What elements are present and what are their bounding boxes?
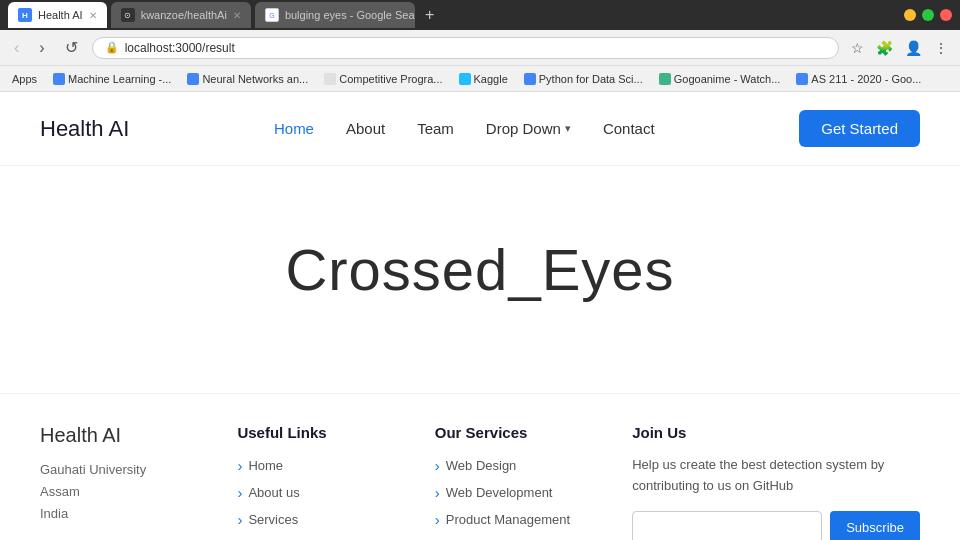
maximize-button[interactable] [922,9,934,21]
nav-about[interactable]: About [346,120,385,137]
bookmark-apps-label: Apps [12,73,37,85]
profile-icon[interactable]: 👤 [901,38,926,58]
chevron-down-icon: ▾ [565,122,571,135]
footer-address-line1: Gauhati University [40,459,207,481]
extensions-icon[interactable]: 🧩 [872,38,897,58]
new-tab-button[interactable]: + [419,6,440,24]
tab2-favicon: ⊙ [121,8,135,22]
nav-dropdown-label: Drop Down [486,120,561,137]
bookmark-python-label: Python for Data Sci... [539,73,643,85]
footer-useful-links-col: Useful Links Home About us Services [237,424,404,540]
footer: Health AI Gauhati University Assam India… [0,393,960,540]
footer-email: Email: deepjyotideka8@gmail.com [40,535,207,540]
subscribe-row: Subscribe [632,511,920,540]
menu-icon[interactable]: ⋮ [930,38,952,58]
lock-icon: 🔒 [105,41,119,54]
tab3-title: bulging eyes - Google Search [285,9,415,21]
hero-title: Crossed_Eyes [40,236,920,303]
subscribe-email-input[interactable] [632,511,822,540]
bookmark-cp-label: Competitive Progra... [339,73,442,85]
footer-brand-col: Health AI Gauhati University Assam India… [40,424,207,540]
bookmark-cp-favicon [324,73,336,85]
bookmark-python[interactable]: Python for Data Sci... [520,71,647,87]
bookmark-gogoanime-favicon [659,73,671,85]
footer-useful-links-heading: Useful Links [237,424,404,441]
website-content: Health AI Home About Team Drop Down ▾ Co… [0,92,960,540]
navbar: Health AI Home About Team Drop Down ▾ Co… [0,92,960,166]
footer-service-productmgmt[interactable]: Product Management [435,511,602,528]
star-icon[interactable]: ☆ [847,38,868,58]
browser-tab-2[interactable]: ⊙ kwanzoe/healthAi ✕ [111,2,251,28]
bookmark-ml-favicon [53,73,65,85]
footer-link-home[interactable]: Home [237,457,404,474]
footer-join-heading: Join Us [632,424,920,441]
browser-chrome: H Health AI ✕ ⊙ kwanzoe/healthAi ✕ G bul… [0,0,960,92]
nav-brand[interactable]: Health AI [40,116,129,142]
tab2-close[interactable]: ✕ [233,10,241,21]
browser-toolbar: ‹ › ↺ 🔒 localhost:3000/result ☆ 🧩 👤 ⋮ [0,30,960,66]
hero-section: Crossed_Eyes [0,166,960,393]
bookmark-as211-favicon [796,73,808,85]
footer-service-webdev[interactable]: Web Development [435,484,602,501]
browser-window-controls [904,9,952,21]
footer-join-text: Help us create the best detection system… [632,455,920,497]
address-bar[interactable]: 🔒 localhost:3000/result [92,37,839,59]
bookmark-gogoanime-label: Gogoanime - Watch... [674,73,781,85]
get-started-button[interactable]: Get Started [799,110,920,147]
close-button[interactable] [940,9,952,21]
footer-services-heading: Our Services [435,424,602,441]
reload-button[interactable]: ↺ [59,36,84,59]
nav-home[interactable]: Home [274,120,314,137]
back-button[interactable]: ‹ [8,37,25,59]
footer-service-webdesign[interactable]: Web Design [435,457,602,474]
footer-services-col: Our Services Web Design Web Development … [435,424,602,540]
browser-tab-1[interactable]: H Health AI ✕ [8,2,107,28]
bookmark-as211-label: AS 211 - 2020 - Goo... [811,73,921,85]
browser-tab-3[interactable]: G bulging eyes - Google Search ✕ [255,2,415,28]
bookmark-nn-favicon [187,73,199,85]
footer-address-line3: India [40,503,207,525]
footer-join-col: Join Us Help us create the best detectio… [632,424,920,540]
tab3-favicon: G [265,8,279,22]
nav-dropdown[interactable]: Drop Down ▾ [486,120,571,137]
bookmark-kaggle-label: Kaggle [474,73,508,85]
bookmark-gogoanime[interactable]: Gogoanime - Watch... [655,71,785,87]
browser-tabs: H Health AI ✕ ⊙ kwanzoe/healthAi ✕ G bul… [8,2,898,28]
bookmarks-bar: Apps Machine Learning -... Neural Networ… [0,66,960,92]
nav-links: Home About Team Drop Down ▾ Contact [274,120,655,137]
bookmark-apps[interactable]: Apps [8,71,41,87]
address-text: localhost:3000/result [125,41,235,55]
toolbar-icons: ☆ 🧩 👤 ⋮ [847,38,952,58]
tab1-favicon: H [18,8,32,22]
nav-contact[interactable]: Contact [603,120,655,137]
tab2-title: kwanzoe/healthAi [141,9,227,21]
subscribe-button[interactable]: Subscribe [830,511,920,540]
bookmark-cp[interactable]: Competitive Progra... [320,71,446,87]
footer-brand-name: Health AI [40,424,207,447]
bookmark-nn[interactable]: Neural Networks an... [183,71,312,87]
footer-link-services[interactable]: Services [237,511,404,528]
bookmark-ml[interactable]: Machine Learning -... [49,71,175,87]
minimize-button[interactable] [904,9,916,21]
tab1-title: Health AI [38,9,83,21]
browser-title-bar: H Health AI ✕ ⊙ kwanzoe/healthAi ✕ G bul… [0,0,960,30]
bookmark-nn-label: Neural Networks an... [202,73,308,85]
bookmark-python-favicon [524,73,536,85]
nav-team[interactable]: Team [417,120,454,137]
bookmark-ml-label: Machine Learning -... [68,73,171,85]
bookmark-as211[interactable]: AS 211 - 2020 - Goo... [792,71,925,87]
forward-button[interactable]: › [33,37,50,59]
bookmark-kaggle[interactable]: Kaggle [455,71,512,87]
tab1-close[interactable]: ✕ [89,10,97,21]
bookmark-kaggle-favicon [459,73,471,85]
footer-address-line2: Assam [40,481,207,503]
footer-link-about[interactable]: About us [237,484,404,501]
